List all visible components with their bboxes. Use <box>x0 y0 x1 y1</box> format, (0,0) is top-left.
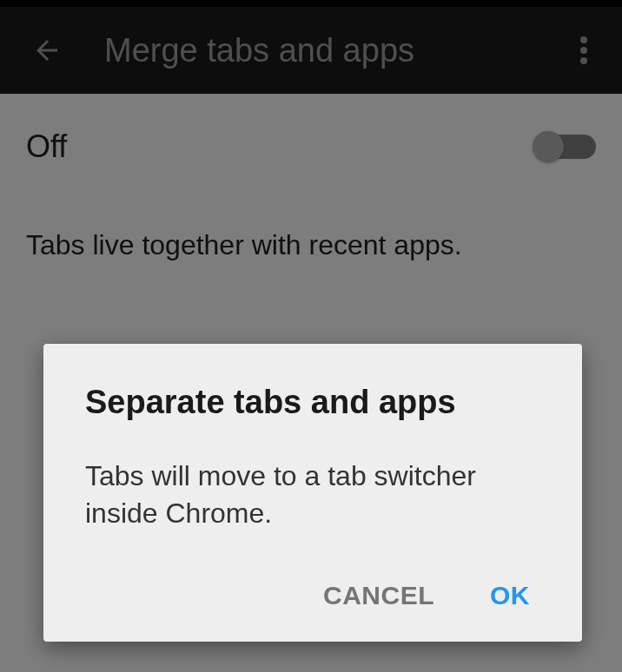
ok-button[interactable]: OK <box>486 574 533 617</box>
dialog-scrim[interactable]: Separate tabs and apps Tabs will move to… <box>0 0 622 672</box>
dialog-title: Separate tabs and apps <box>85 384 540 421</box>
confirmation-dialog: Separate tabs and apps Tabs will move to… <box>43 344 582 642</box>
cancel-button[interactable]: CANCEL <box>320 574 438 617</box>
dialog-message: Tabs will move to a tab switcher inside … <box>85 458 540 532</box>
dialog-actions: CANCEL OK <box>85 574 540 617</box>
